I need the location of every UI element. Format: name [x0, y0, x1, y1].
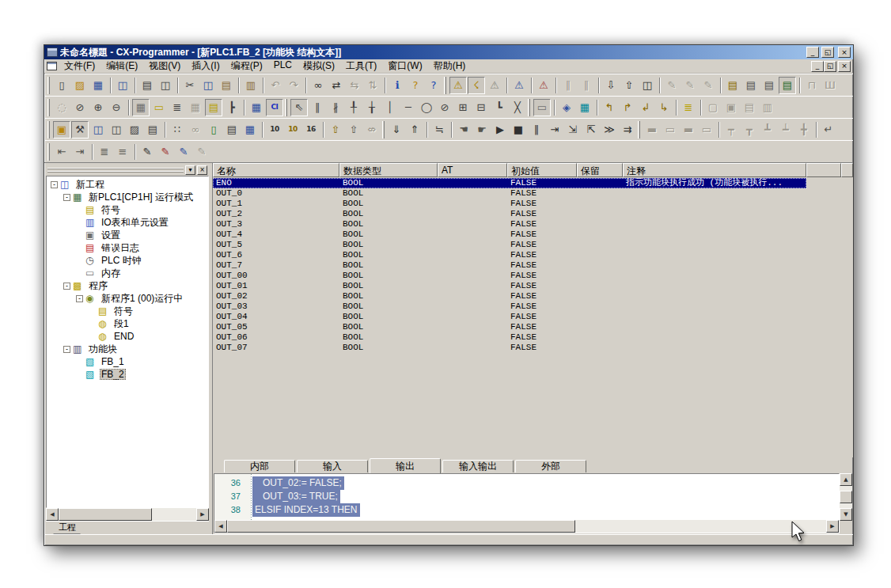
step-run-icon[interactable]: ⇥	[546, 121, 563, 138]
hex-monitor-icon[interactable]: 16	[302, 121, 320, 138]
column-header-5[interactable]: 保留	[577, 163, 623, 177]
transfer-warning-icon[interactable]: ⚠	[510, 77, 528, 94]
monitor-box-icon[interactable]: ▭	[533, 99, 551, 116]
contact-down-icon[interactable]: ╁	[363, 99, 381, 116]
pause-hand-icon[interactable]: ☚	[455, 121, 472, 138]
tree-item-new-plc1[interactable]: -▦新PLC1[CP1H] 运行模式	[49, 191, 208, 203]
address-reference-icon[interactable]: ▨	[126, 121, 143, 138]
code-line[interactable]: 36 OUT_02:= FALSE;	[214, 476, 839, 490]
download-to-plc-icon[interactable]: ⇩	[602, 77, 620, 94]
table-row[interactable]: OUT_6BOOLFALSE	[213, 250, 853, 260]
simulator-icon[interactable]: ◈	[558, 99, 575, 116]
child-close-button[interactable]: ×	[838, 61, 851, 72]
toolbar-grip[interactable]	[638, 121, 640, 138]
breakpoint-clear-icon[interactable]: ↱	[619, 99, 636, 116]
resume-hand-icon[interactable]: ☛	[473, 121, 491, 138]
project-tab[interactable]: 工程	[48, 522, 86, 534]
tab-4[interactable]: 输入输出	[442, 460, 514, 472]
monitor-mode-icon[interactable]: ▤	[760, 77, 778, 94]
coil-closed-icon[interactable]: ⊘	[436, 99, 453, 116]
pen-black-icon[interactable]: ✎	[138, 143, 156, 161]
table-row[interactable]: OUT_07BOOLFALSE	[213, 343, 853, 353]
watch-window-icon[interactable]: ◫	[89, 121, 107, 138]
scroll-right-button[interactable]: ▶	[826, 520, 839, 533]
toolbar-grip[interactable]	[47, 77, 50, 94]
print-icon[interactable]: ▤	[138, 77, 156, 94]
transfer-fb-from-icon[interactable]: ⇑	[406, 121, 423, 138]
rung-comment-icon[interactable]: ▭	[150, 99, 168, 116]
tree-expander-icon[interactable]: -	[63, 283, 70, 290]
scroll-thumb[interactable]	[840, 491, 852, 503]
close-button[interactable]: ×	[838, 47, 851, 58]
pen-blue-icon[interactable]: ✎	[175, 143, 192, 161]
code-vertical-scrollbar[interactable]: ▲ ▼	[840, 473, 852, 533]
toolbar-grip[interactable]	[47, 143, 50, 161]
tree-expander-icon[interactable]: -	[63, 194, 70, 201]
compare-fb-icon[interactable]: ≒	[430, 121, 448, 138]
mnemonics-view-icon[interactable]: ▦	[248, 99, 265, 116]
table-row[interactable]: OUT_01BOOLFALSE	[213, 281, 853, 291]
tree-item-function-blocks[interactable]: -▥功能块	[49, 343, 208, 355]
coil-icon[interactable]: ◯	[418, 99, 435, 116]
contact-no-icon[interactable]: ∥	[309, 99, 326, 116]
list-edit-icon[interactable]: ≡	[114, 143, 131, 161]
paste-rung-icon[interactable]: ▥	[242, 77, 260, 94]
child-minimize-button[interactable]: _	[811, 61, 824, 72]
scroll-track[interactable]	[840, 486, 852, 508]
title-bar[interactable]: 未命名標題 - CX-Programmer - [新PLC1.FB_2 [功能块…	[44, 45, 853, 59]
print-preview-icon[interactable]: ◫	[157, 77, 174, 94]
tab-1[interactable]: 内部	[224, 460, 295, 472]
run-mode-icon[interactable]: ▤	[779, 77, 796, 94]
symbol-bar-icon[interactable]: ▤	[205, 99, 222, 116]
menu-item-9[interactable]: 窗口(W)	[382, 59, 427, 74]
tree-item-programs[interactable]: -▩程序	[49, 279, 208, 292]
zoom-out-icon[interactable]: ⊖	[108, 99, 125, 116]
table-row[interactable]: OUT_00BOOLFALSE	[213, 271, 853, 281]
ci-view-icon[interactable]: CI	[266, 99, 283, 116]
scroll-up-button[interactable]: ▲	[840, 473, 852, 486]
horizontal-line-icon[interactable]: ─	[400, 99, 417, 116]
find-replace-icon[interactable]: ⇄	[328, 77, 345, 94]
zoom-in-icon[interactable]: ⊕	[89, 99, 107, 116]
table-row[interactable]: ENOBOOLFALSE指示功能块执行成功 (功能块被执行...	[213, 178, 806, 188]
tree-item-fb-2[interactable]: ▧FB_2	[49, 368, 208, 381]
compile-program-icon[interactable]: ◫	[114, 77, 131, 94]
work-online-icon[interactable]: ⚠	[535, 77, 552, 94]
cross-reference-icon[interactable]: ∷	[169, 121, 186, 138]
new-file-icon[interactable]: ▯	[53, 77, 70, 94]
code-line[interactable]: 37 OUT_03:= TRUE;	[214, 490, 839, 503]
panel-menu-button[interactable]: ▾	[185, 165, 195, 175]
tree-item-program-symbols[interactable]: ▤符号	[49, 305, 208, 317]
tree-item-plc-clock[interactable]: ◷PLC 时钟	[49, 254, 208, 267]
find-icon[interactable]: ∞	[309, 77, 327, 94]
save-icon[interactable]: ▦	[89, 77, 107, 94]
scroll-right-button[interactable]: ▶	[196, 508, 209, 521]
step-in-icon[interactable]: ⇲	[564, 121, 582, 138]
continuous-step-icon[interactable]: ≫	[601, 121, 618, 138]
table-row[interactable]: OUT_7BOOLFALSE	[213, 260, 853, 271]
toolbar-grip[interactable]	[528, 99, 530, 116]
scroll-down-button[interactable]: ▼	[840, 508, 852, 521]
tree-expander-icon[interactable]: -	[76, 295, 83, 302]
table-row[interactable]: OUT_2BOOLFALSE	[213, 209, 853, 219]
pen-red-icon[interactable]: ✎	[157, 143, 174, 161]
sim-stop-icon[interactable]: ■	[510, 121, 527, 138]
table-row[interactable]: OUT_5BOOLFALSE	[213, 240, 853, 250]
tree-expander-icon[interactable]: -	[51, 181, 58, 188]
code-horizontal-scrollbar[interactable]: ◀ ▶	[214, 520, 839, 533]
copy-icon[interactable]: ◫	[199, 77, 217, 94]
scan-run-icon[interactable]: ⇉	[619, 121, 636, 138]
scroll-left-button[interactable]: ◀	[214, 520, 227, 533]
toolbar-grip[interactable]	[382, 121, 385, 138]
code-line[interactable]: 38ELSIF INDEX=13 THEN	[214, 503, 839, 517]
tree-item-io-table[interactable]: ▥IO表和单元设置	[49, 216, 208, 229]
paste-icon[interactable]: ▤	[218, 77, 235, 94]
scroll-thumb[interactable]	[59, 508, 152, 521]
compile-check-icon[interactable]: ⚠	[449, 77, 467, 94]
table-row[interactable]: OUT_06BOOLFALSE	[213, 332, 853, 343]
line-connect-icon[interactable]: ┗	[491, 99, 508, 116]
tree-item-section-end[interactable]: ◍END	[49, 330, 208, 343]
menu-item-3[interactable]: 视图(V)	[143, 59, 186, 74]
column-header-6[interactable]: 注释	[623, 163, 806, 177]
table-row[interactable]: OUT_0BOOLFALSE	[213, 188, 853, 199]
